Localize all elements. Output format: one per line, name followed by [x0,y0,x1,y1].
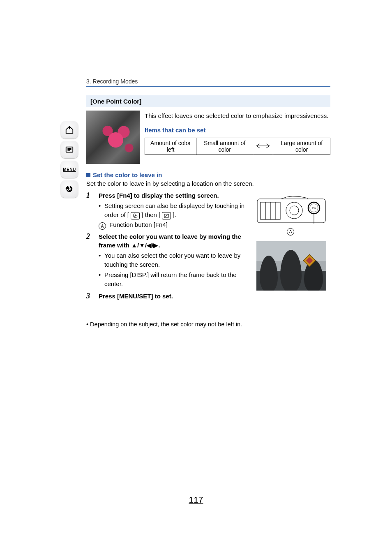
step-number: 1 [86,191,94,200]
svg-point-4 [134,215,134,216]
step-number: 3 [86,292,94,300]
annotation-text: Function button [Fn4] [109,221,168,228]
square-bullet-icon [86,173,90,177]
example-image-one-point-color [86,111,140,164]
bullet-end-text: ]. [173,211,176,218]
color-select-figure [256,241,326,291]
steps-column: 1 Press [Fn4] to display the setting scr… [86,191,253,305]
step-body: Press [MENU/SET] to set. [99,292,253,302]
svg-point-5 [134,216,135,217]
breadcrumb: 3. Recording Modes [86,78,330,85]
settings-table: Amount of color left Small amount of col… [145,138,330,155]
subsection-heading-text: Set the color to leave in [93,171,162,178]
flower-illustration [86,111,140,164]
table-row: Amount of color left Small amount of col… [145,138,330,155]
svg-line-8 [164,214,168,217]
step-2: 2 Select the color you want to leave by … [86,232,253,289]
nav-menu-button[interactable]: MENU [61,161,78,178]
low-cell: Small amount of color [196,138,253,155]
step-title: Select the color you want to leave by mo… [99,232,253,249]
param-cell: Amount of color left [145,138,196,155]
step-title: Press [Fn4] to display the setting scree… [99,191,253,200]
svg-point-15 [290,206,299,215]
step-title: Press [MENU/SET] to set. [99,292,253,300]
step-body: Press [Fn4] to display the setting scree… [99,191,253,230]
tulip-shape [260,256,278,291]
step-bullet: Setting screen can also be displayed by … [99,201,253,219]
step-bullets: You can also select the color you want t… [99,251,253,288]
subsection-description: Set the color to leave in by selecting a… [86,180,330,187]
intro-row: This effect leaves one selected color to… [86,111,330,164]
sidebar-nav: MENU [61,121,81,198]
circled-a-icon: A [99,222,106,230]
tulip-shape [280,250,302,291]
step-bullet: You can also select the color you want t… [99,251,253,269]
nav-back-button[interactable] [61,180,78,198]
svg-text:Fn: Fn [312,207,316,210]
double-arrow-icon [256,143,270,149]
step-number: 2 [86,232,94,241]
step-bullets: Setting screen can also be displayed by … [99,201,253,219]
annotation-line: A Function button [Fn4] [99,221,253,230]
high-cell: Large amount of color [273,138,330,155]
figure-column: Fn A [256,193,326,291]
home-icon [65,125,74,134]
section-title: [One Point Color] [86,95,330,107]
svg-point-14 [286,202,302,219]
step-body: Select the color you want to leave by mo… [99,232,253,289]
bullet-then-text: ] then [ [141,211,160,218]
list-icon [65,145,74,154]
back-arrow-icon [65,185,74,194]
circled-a-icon: A [287,228,294,235]
figure-label: A [256,228,326,235]
subsection-heading: Set the color to leave in [86,171,330,178]
step-bullet: Pressing [DISP.] will return the frame b… [99,270,253,289]
footnote: Depending on the subject, the set color … [86,321,330,328]
arrow-cell [253,138,273,155]
divider-top [86,86,330,87]
camera-illustration-icon: Fn [256,193,326,226]
items-heading: Items that can be set [145,127,330,135]
nav-toc-button[interactable] [61,141,78,158]
adjust-icon [162,212,171,219]
intro-description: This effect leaves one selected color to… [145,111,330,120]
palette-icon [131,212,140,219]
svg-point-6 [135,217,136,217]
menu-label: MENU [63,167,76,172]
step-1: 1 Press [Fn4] to display the setting scr… [86,191,253,230]
intro-text: This effect leaves one selected color to… [145,111,330,164]
page-number[interactable]: 117 [0,495,392,505]
camera-back-figure: Fn [256,193,326,226]
nav-home-button[interactable] [61,121,78,138]
step-3: 3 Press [MENU/SET] to set. [86,292,253,302]
document-page: MENU 3. Recording Modes [One Point Color… [0,0,392,554]
